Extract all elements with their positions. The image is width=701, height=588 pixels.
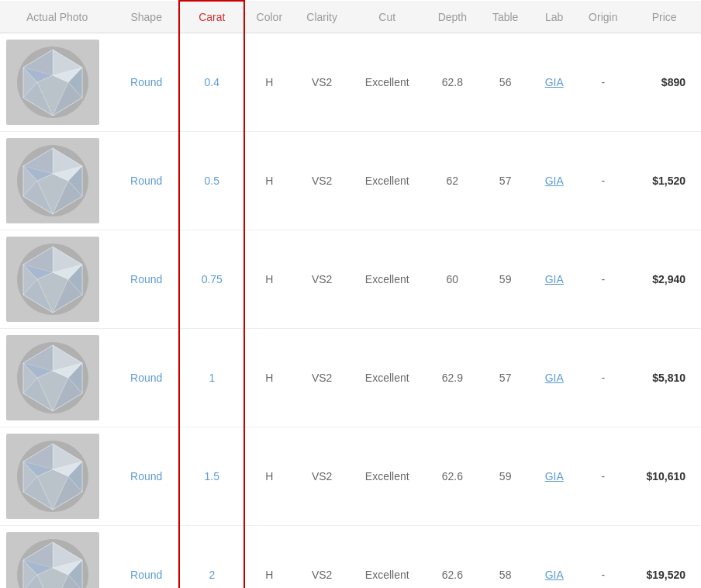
- depth-cell: 62.6: [424, 526, 482, 589]
- table-value-cell: 57: [481, 329, 530, 427]
- photo-cell[interactable]: [0, 132, 114, 230]
- depth-cell: 62.8: [424, 33, 482, 132]
- table-row: Round0.75HVS2Excellent6059GIA-$2,940: [0, 230, 701, 329]
- diamond-image: [6, 138, 99, 223]
- lab-link[interactable]: GIA: [545, 273, 564, 285]
- header-photo: Actual Photo: [0, 1, 114, 33]
- table-row: Round0.4HVS2Excellent62.856GIA-$890: [0, 33, 701, 132]
- cut-cell: Excellent: [350, 230, 424, 329]
- photo-cell[interactable]: [0, 427, 114, 526]
- carat-cell: 0.5: [179, 132, 244, 230]
- color-cell: H: [244, 33, 293, 132]
- header-origin: Origin: [578, 1, 627, 33]
- header-shape: Shape: [114, 1, 179, 33]
- price-cell: $5,810: [627, 329, 701, 427]
- depth-cell: 62.9: [424, 329, 482, 427]
- table-header-row: Actual Photo Shape Carat Color Clarity C…: [0, 1, 701, 33]
- origin-cell: -: [578, 526, 627, 589]
- lab-link[interactable]: GIA: [545, 470, 564, 483]
- origin-cell: -: [578, 427, 627, 526]
- price-cell: $1,520: [627, 132, 701, 230]
- depth-cell: 62.6: [424, 427, 482, 526]
- lab-cell[interactable]: GIA: [530, 427, 578, 526]
- photo-cell[interactable]: [0, 33, 114, 132]
- lab-link[interactable]: GIA: [545, 76, 564, 88]
- color-cell: H: [244, 329, 293, 427]
- table-value-cell: 56: [481, 33, 530, 132]
- origin-cell: -: [578, 132, 627, 230]
- table-value-cell: 57: [481, 132, 530, 230]
- table-row: Round1HVS2Excellent62.957GIA-$5,810: [0, 329, 701, 427]
- depth-cell: 60: [424, 230, 482, 329]
- origin-cell: -: [578, 230, 627, 329]
- header-color: Color: [244, 1, 293, 33]
- cut-cell: Excellent: [350, 526, 424, 589]
- cut-cell: Excellent: [350, 33, 424, 132]
- shape-cell: Round: [114, 526, 179, 589]
- carat-cell: 0.75: [179, 230, 244, 329]
- photo-cell[interactable]: [0, 230, 114, 329]
- diamond-table-container: Actual Photo Shape Carat Color Clarity C…: [0, 0, 701, 588]
- header-cut: Cut: [350, 1, 424, 33]
- lab-cell[interactable]: GIA: [530, 33, 578, 132]
- carat-cell: 2: [179, 526, 244, 589]
- origin-cell: -: [578, 33, 627, 132]
- header-table: Table: [481, 1, 530, 33]
- clarity-cell: VS2: [293, 132, 350, 230]
- table-value-cell: 59: [481, 427, 530, 526]
- diamond-image: [6, 532, 99, 588]
- clarity-cell: VS2: [293, 427, 350, 526]
- lab-link[interactable]: GIA: [545, 175, 564, 187]
- cut-cell: Excellent: [350, 427, 424, 526]
- lab-cell[interactable]: GIA: [530, 526, 578, 589]
- clarity-cell: VS2: [293, 230, 350, 329]
- table-row: Round1.5HVS2Excellent62.659GIA-$10,610: [0, 427, 701, 526]
- origin-cell: -: [578, 329, 627, 427]
- table-value-cell: 59: [481, 230, 530, 329]
- price-cell: $19,520: [627, 526, 701, 589]
- lab-link[interactable]: GIA: [545, 372, 564, 384]
- clarity-cell: VS2: [293, 329, 350, 427]
- shape-cell: Round: [114, 427, 179, 526]
- photo-cell[interactable]: [0, 526, 114, 589]
- clarity-cell: VS2: [293, 33, 350, 132]
- color-cell: H: [244, 132, 293, 230]
- cut-cell: Excellent: [350, 329, 424, 427]
- diamond-table: Actual Photo Shape Carat Color Clarity C…: [0, 0, 701, 588]
- carat-cell: 0.4: [179, 33, 244, 132]
- price-cell: $10,610: [627, 427, 701, 526]
- carat-cell: 1.5: [179, 427, 244, 526]
- clarity-cell: VS2: [293, 526, 350, 589]
- header-lab: Lab: [530, 1, 578, 33]
- shape-cell: Round: [114, 230, 179, 329]
- shape-cell: Round: [114, 329, 179, 427]
- diamond-image: [6, 434, 99, 519]
- header-price: Price: [627, 1, 701, 33]
- price-cell: $890: [627, 33, 701, 132]
- diamond-image: [6, 335, 99, 420]
- depth-cell: 62: [424, 132, 482, 230]
- lab-cell[interactable]: GIA: [530, 230, 578, 329]
- photo-cell[interactable]: [0, 329, 114, 427]
- diamond-image: [6, 237, 99, 322]
- price-cell: $2,940: [627, 230, 701, 329]
- table-row: Round2HVS2Excellent62.658GIA-$19,520: [0, 526, 701, 589]
- cut-cell: Excellent: [350, 132, 424, 230]
- shape-cell: Round: [114, 33, 179, 132]
- header-depth: Depth: [424, 1, 482, 33]
- shape-cell: Round: [114, 132, 179, 230]
- diamond-image: [6, 40, 99, 125]
- header-clarity: Clarity: [293, 1, 350, 33]
- color-cell: H: [244, 427, 293, 526]
- table-row: Round0.5HVS2Excellent6257GIA-$1,520: [0, 132, 701, 230]
- lab-cell[interactable]: GIA: [530, 329, 578, 427]
- table-value-cell: 58: [481, 526, 530, 589]
- color-cell: H: [244, 526, 293, 589]
- carat-cell: 1: [179, 329, 244, 427]
- lab-cell[interactable]: GIA: [530, 132, 578, 230]
- header-carat[interactable]: Carat: [179, 1, 244, 33]
- lab-link[interactable]: GIA: [545, 569, 564, 581]
- color-cell: H: [244, 230, 293, 329]
